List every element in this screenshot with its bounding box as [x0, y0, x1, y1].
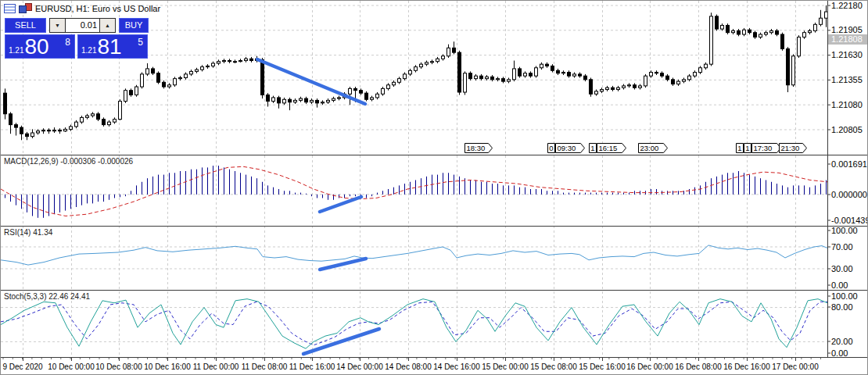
candle-body	[108, 122, 111, 124]
stoch-layer	[1, 299, 827, 349]
buy-button[interactable]: BUY	[119, 18, 149, 33]
candle-body	[748, 30, 751, 32]
candle-body	[81, 117, 84, 122]
event-tag-label: 23:00	[640, 144, 659, 152]
price-axis-label: 1.20805	[831, 125, 863, 134]
candle-body	[409, 70, 412, 74]
event-tag-label: 16:15	[599, 144, 618, 152]
candle-body	[579, 74, 582, 76]
candle-body	[442, 56, 445, 59]
candle-body	[688, 76, 691, 80]
candle-body	[371, 98, 374, 99]
candle-body	[332, 98, 335, 100]
candle-body	[86, 116, 89, 117]
candle-body	[497, 79, 500, 80]
candle-body	[152, 69, 155, 73]
volume-decrease-button[interactable]: ▼	[50, 19, 66, 32]
candle-body	[316, 100, 319, 102]
candle-body	[217, 62, 221, 63]
candle-body	[633, 85, 637, 88]
event-tag-label: 17:30	[754, 144, 773, 152]
candle-body	[661, 73, 664, 76]
candle-body	[48, 130, 51, 131]
trading-terminal-window: 18:30009:30116:1523:001117:3021:30 EURUS…	[0, 0, 868, 375]
candle-body	[820, 18, 823, 24]
sell-button[interactable]: SELL	[5, 18, 46, 33]
candle-body	[168, 85, 171, 87]
candle-body	[185, 74, 188, 78]
candle-body	[584, 76, 587, 80]
candle-body	[206, 66, 210, 66]
candle-body	[398, 79, 401, 83]
trendline-macd[interactable]	[320, 197, 361, 212]
time-axis-label: 15 Dec 00:00	[482, 362, 529, 371]
candle-body	[453, 48, 456, 52]
price-axis-label: 1.21630	[831, 50, 863, 59]
current-price-tag: 1.21808	[828, 34, 868, 45]
event-tag-label: 09:30	[558, 144, 576, 152]
ask-price-box[interactable]: 1.21 81 5	[77, 34, 148, 59]
candle-body	[250, 59, 253, 60]
quote-prices-row: 1.21 80 8 1.21 81 5	[5, 34, 149, 59]
candle-body	[299, 98, 303, 100]
candle-body	[420, 64, 423, 66]
candle-body	[606, 88, 609, 89]
candle-body	[31, 133, 34, 137]
candle-body	[814, 24, 817, 30]
price-axis-label: 0.000000	[831, 190, 867, 199]
candle-body	[595, 91, 598, 94]
chart-header: EURUSD, H1: Euro vs US Dollar	[4, 3, 160, 13]
candle-body	[540, 64, 543, 68]
candle-body	[431, 62, 434, 62]
candle-body	[146, 69, 149, 74]
candle-body	[650, 73, 653, 77]
candle-body	[223, 61, 226, 62]
candle-body	[475, 76, 478, 78]
candle-body	[776, 30, 779, 34]
bid-price-box[interactable]: 1.21 80 8	[5, 34, 75, 59]
candle-body	[228, 61, 231, 62]
candle-body	[59, 130, 62, 131]
time-axis-label: 10 Dec 08:00	[95, 362, 142, 371]
time-axis-label: 11 Dec 08:00	[242, 362, 288, 371]
candle-body	[119, 102, 122, 120]
candle-body	[639, 86, 642, 88]
candle-body	[283, 99, 286, 103]
ask-price-main: 81	[97, 37, 121, 57]
volume-stepper[interactable]: ▼ 0.01 ▲	[49, 18, 116, 33]
candle-body	[26, 134, 29, 136]
time-axis-label: 16 Dec 08:00	[675, 362, 722, 371]
event-tag-label: 1	[737, 144, 741, 152]
candle-body	[513, 69, 516, 80]
candle-body	[135, 87, 138, 95]
candle-body	[458, 52, 461, 92]
event-tags[interactable]: 18:30009:30116:1523:001117:3021:30	[465, 144, 807, 153]
price-axis-label: 100.00	[831, 291, 858, 301]
candle-body	[557, 70, 560, 73]
candle-body	[404, 74, 407, 79]
price-axis-label: 0.00	[831, 348, 848, 358]
volume-increase-button[interactable]: ▲	[99, 19, 115, 32]
candle-body	[617, 88, 620, 89]
candle-body	[97, 114, 100, 120]
candle-body	[672, 80, 675, 84]
candle-body	[349, 88, 352, 94]
candle-body	[327, 100, 330, 102]
candle-body	[195, 70, 199, 71]
time-axis-label: 14 Dec 08:00	[385, 362, 432, 371]
candle-body	[694, 73, 697, 77]
candle-body	[102, 120, 106, 125]
volume-value[interactable]: 0.01	[66, 19, 99, 32]
candle-body	[464, 73, 467, 92]
candle-body	[480, 76, 483, 78]
candle-body	[234, 62, 237, 62]
price-axis-label: 70.00	[831, 242, 853, 252]
candle-body	[425, 62, 429, 64]
trendline-objects[interactable]	[257, 59, 379, 354]
macd-layer	[1, 166, 827, 218]
price-axis-label: 20.00	[831, 337, 853, 346]
candle-body	[535, 68, 538, 76]
time-axis-label: 14 Dec 00:00	[336, 362, 383, 371]
rsi-line	[1, 245, 827, 265]
candle-body	[628, 85, 631, 86]
